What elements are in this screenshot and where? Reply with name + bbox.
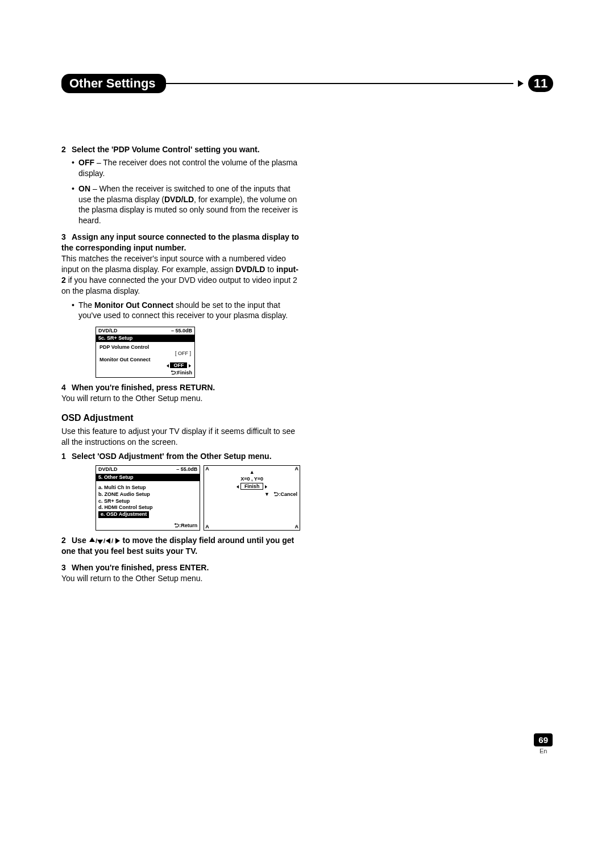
chapter-header: Other Settings 11 <box>61 74 553 93</box>
s3-bbold: Monitor Out Connect <box>94 301 173 310</box>
corner-A-br: A <box>295 524 299 531</box>
s3-bpre: The <box>78 301 94 310</box>
step-4-head-text: When you're finished, press RETURN. <box>72 383 215 392</box>
step-3-bullet: The Monitor Out Connect should be set to… <box>72 300 300 322</box>
osdl-a: a. Multi Ch In Setup <box>98 485 197 491</box>
osd-step-3-heading: 3When you're finished, press ENTER. <box>61 562 300 573</box>
osdl-b: b. ZONE Audio Setup <box>98 491 197 498</box>
osdl-e: e. OSD Adjustment <box>98 511 149 518</box>
osdl-db: – 55.0dB <box>176 466 197 473</box>
return-icon: ⮌ <box>171 370 176 375</box>
step-2-head-text: Select the 'PDP Volume Control' setting … <box>72 145 260 154</box>
option-on-label: ON <box>78 184 90 193</box>
s3-body3: if you have connected the your DVD video… <box>61 276 297 295</box>
svg-marker-6 <box>115 538 120 544</box>
svg-marker-0 <box>89 537 95 542</box>
step-4-heading: 4When you're finished, press RETURN. <box>61 382 300 393</box>
osd1-footer: ⮌:Finish <box>96 369 194 377</box>
osdr-finish-row: Finish <box>204 483 300 490</box>
osdl-c: c. SR+ Setup <box>98 498 197 505</box>
osdr-down-arrow-icon: ▼ <box>264 491 269 497</box>
osd-screenshot-pair: DVD/LD – 55.0dB 5. Other Setup a. Multi … <box>96 465 300 531</box>
step-4-body: You will return to the Other Setup menu. <box>61 393 300 404</box>
osd1-v2-wrap: OFF <box>99 362 191 369</box>
osd1-menu-row: 5c. SR+ Setup <box>96 335 194 342</box>
header-rule <box>163 83 513 84</box>
osdr-finish: Finish <box>240 483 264 490</box>
page-language: En <box>534 748 553 754</box>
option-off: OFF – The receiver does not control the … <box>72 157 300 179</box>
osd-adjustment-intro: Use this feature to adjust your TV displ… <box>61 426 300 448</box>
osd1-menu: 5c. SR+ Setup <box>98 335 132 341</box>
osdl-title-row: DVD/LD – 55.0dB <box>96 466 200 474</box>
osd1-finish: :Finish <box>176 370 193 375</box>
option-off-text: – The receiver does not control the volu… <box>78 158 297 178</box>
osdl-items: a. Multi Ch In Setup b. ZONE Audio Setup… <box>96 481 200 521</box>
osdl-footer: ⮌:Return <box>96 521 200 531</box>
osd-step-1-heading: 1Select 'OSD Adjustment' from the Other … <box>61 451 300 462</box>
corner-A-tr: A <box>295 466 299 473</box>
osdr-coord: X=0 , Y=0 <box>204 476 300 483</box>
osdr-bottom-row: ▼ ⮌:Cancel <box>204 491 300 499</box>
osd-step-1-text: Select 'OSD Adjustment' from the Other S… <box>72 452 272 461</box>
header-arrow-icon <box>518 80 524 87</box>
svg-text:/: / <box>96 537 97 544</box>
osdr-up-arrow-icon: ▲ <box>204 466 300 476</box>
option-off-label: OFF <box>78 158 94 167</box>
svg-text:/: / <box>111 537 113 544</box>
osdl-ret: :Return <box>179 523 197 528</box>
osd-screenshot-sr-setup: DVD/LD – 55.0dB 5c. SR+ Setup PDP Volume… <box>96 327 195 378</box>
osdl-d: d. HDMI Control Setup <box>98 504 197 511</box>
s3-bold1: DVD/LD <box>235 265 265 274</box>
step-2-options: OFF – The receiver does not control the … <box>72 157 300 226</box>
osdl-menu: 5. Other Setup <box>98 474 134 481</box>
osd1-src: DVD/LD <box>98 328 118 334</box>
o2-pre: Use <box>72 536 89 545</box>
monitor-out-note: The Monitor Out Connect should be set to… <box>72 300 300 322</box>
osd-adjustment-title: OSD Adjustment <box>61 412 300 424</box>
page-number-badge: 69 <box>534 733 553 746</box>
osd1-v2: OFF <box>170 362 187 368</box>
osd1-body: PDP Volume Control [ OFF ] Monitor Out C… <box>96 342 194 369</box>
page-footer: 69 En <box>534 733 553 754</box>
osdl-src: DVD/LD <box>98 466 118 473</box>
osdl-menu-row: 5. Other Setup <box>96 474 200 482</box>
osd1-v1: [ OFF ] <box>99 350 191 357</box>
osd1-l2: Monitor Out Connect <box>99 357 191 363</box>
step-3-head-text: Assign any input source connected to the… <box>61 232 299 252</box>
osd-step-2-heading: 2Use / / / to move the display field aro… <box>61 535 300 557</box>
return-icon: ⮌ <box>174 523 179 528</box>
dpad-arrows-icon: / / / <box>89 536 123 545</box>
right-arrow-icon <box>265 485 267 489</box>
s3-body2: to <box>265 265 276 274</box>
page-content: Other Settings 11 2Select the 'PDP Volum… <box>61 74 553 587</box>
svg-marker-4 <box>106 538 110 544</box>
step-3-body: This matches the receiver's input source… <box>61 253 300 297</box>
osd1-l1: PDP Volume Control <box>99 344 191 350</box>
osd1-db: – 55.0dB <box>171 328 192 334</box>
osdr-cancel: :Cancel <box>279 491 297 497</box>
left-arrow-icon <box>237 485 239 489</box>
chapter-title: Other Settings <box>61 74 166 93</box>
osd1-title-row: DVD/LD – 55.0dB <box>96 327 194 335</box>
osd-adjustment-preview: A A A A ▲ X=0 , Y=0 Finish ▼ ⮌:Cancel <box>204 465 300 531</box>
corner-A-bl: A <box>205 524 209 531</box>
corner-A-tl: A <box>205 466 209 473</box>
option-on-bold: DVD/LD <box>164 195 194 204</box>
step-3-heading: 3Assign any input source connected to th… <box>61 232 300 253</box>
o3-body: You will return to the Other Setup menu. <box>61 573 300 584</box>
step-2-heading: 2Select the 'PDP Volume Control' setting… <box>61 144 300 155</box>
chapter-number-badge: 11 <box>528 75 553 92</box>
option-on: ON – When the receiver is switched to on… <box>72 183 300 227</box>
left-arrow-icon <box>167 364 169 368</box>
body-column: 2Select the 'PDP Volume Control' setting… <box>61 144 300 584</box>
right-arrow-icon <box>189 364 191 368</box>
osd-other-setup-menu: DVD/LD – 55.0dB 5. Other Setup a. Multi … <box>96 465 200 531</box>
svg-marker-2 <box>97 540 103 544</box>
o3-head: When you're finished, press ENTER. <box>72 563 209 572</box>
svg-text:/: / <box>103 537 105 544</box>
